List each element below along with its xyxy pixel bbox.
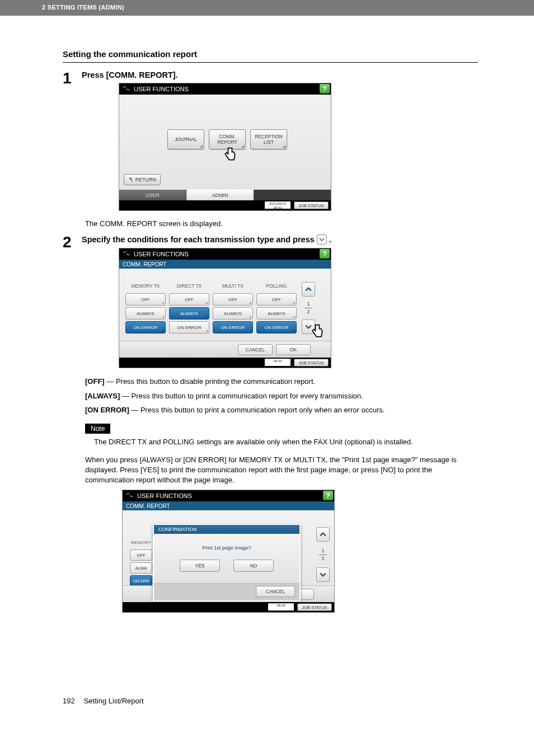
legend-onerror: [ON ERROR] — Press this button to print … bbox=[85, 405, 478, 416]
help-button[interactable]: ? bbox=[320, 84, 330, 93]
scroll-down-button[interactable] bbox=[302, 320, 315, 334]
step-heading: Press [COMM. REPORT]. bbox=[82, 71, 478, 79]
step-2: 2 Specify the conditions for each transm… bbox=[63, 234, 478, 372]
opt-onerror: ON ERR bbox=[130, 575, 152, 586]
chapter-header: 2 SETTING ITEMS (ADMIN) bbox=[0, 0, 534, 16]
option-column: POLLINGOFFALWAYSON ERROR bbox=[255, 281, 298, 335]
page-footer: 192 Setting List/Report bbox=[0, 697, 534, 722]
scroll-up-button[interactable] bbox=[302, 282, 315, 297]
option-off[interactable]: OFF bbox=[213, 293, 253, 306]
step-number: 2 bbox=[63, 234, 82, 372]
step-number: 1 bbox=[63, 71, 82, 214]
note-text: The DIRECT TX and POLLING settings are a… bbox=[94, 437, 478, 447]
option-always[interactable]: ALWAYS bbox=[169, 307, 209, 320]
tools-icon bbox=[123, 250, 130, 258]
option-off[interactable]: OFF bbox=[125, 293, 166, 306]
option-off[interactable]: OFF bbox=[256, 293, 297, 306]
return-button[interactable]: RETURN bbox=[124, 174, 161, 185]
legend-always: [ALWAYS] — Press this button to print a … bbox=[85, 391, 478, 402]
yes-button[interactable]: YES bbox=[180, 560, 220, 572]
svg-rect-2 bbox=[123, 251, 127, 253]
opt-always: ALWA bbox=[130, 562, 152, 574]
footer-title: Setting List/Report bbox=[84, 697, 144, 705]
svg-rect-4 bbox=[127, 493, 130, 495]
job-status-button[interactable]: JOB STATUS bbox=[294, 201, 329, 209]
tab-admin[interactable]: ADMIN bbox=[186, 190, 254, 200]
option-on-error[interactable]: ON ERROR bbox=[125, 321, 166, 334]
status-bar: 08:44 JOB STATUS bbox=[119, 358, 331, 368]
column-title: DIRECT TX bbox=[167, 281, 211, 291]
status-datetime: 08:45 bbox=[268, 603, 294, 611]
job-status-button[interactable]: JOB STATUS bbox=[294, 359, 329, 367]
tools-icon bbox=[123, 85, 130, 93]
option-column: MULTI TXOFFALWAYSON ERROR bbox=[211, 281, 255, 335]
column-title: MULTI TX bbox=[211, 281, 255, 291]
panel-titlebar: USER FUNCTIONS ? bbox=[123, 490, 334, 501]
reception-list-button[interactable]: RECEPTION LIST bbox=[250, 129, 287, 149]
tools-icon bbox=[126, 492, 134, 500]
status-bar: 2011/05/10 08:42 JOB STATUS bbox=[119, 200, 331, 210]
note-label: Note bbox=[85, 424, 110, 434]
journal-button[interactable]: JOURNAL bbox=[167, 129, 204, 149]
comm-report-button[interactable]: COMM. REPORT bbox=[209, 129, 246, 149]
section-title: Setting the communication report bbox=[63, 49, 478, 63]
scroll-down-button[interactable] bbox=[316, 567, 330, 582]
status-datetime: 08:44 bbox=[265, 359, 291, 366]
panel-title: USER FUNCTIONS bbox=[134, 251, 189, 257]
ok-button[interactable]: OK bbox=[276, 344, 311, 355]
status-bar: 08:45 JOB STATUS bbox=[123, 602, 334, 612]
option-on-error[interactable]: ON ERROR bbox=[169, 321, 209, 334]
help-button[interactable]: ? bbox=[320, 249, 330, 259]
tabs: USER ADMIN bbox=[119, 190, 331, 200]
help-button[interactable]: ? bbox=[323, 491, 333, 500]
step-heading: Specify the conditions for each transmis… bbox=[82, 234, 478, 245]
dialog-message: Print 1st page image? bbox=[160, 545, 294, 551]
svg-rect-5 bbox=[130, 496, 133, 497]
column-title: POLLING bbox=[255, 281, 298, 291]
opt-off: OFF bbox=[130, 550, 152, 561]
option-column: MEMORY TXOFFALWAYSON ERROR bbox=[124, 281, 167, 335]
device-panel-2: USER FUNCTIONS ? COMM. REPORT MEMORY TXO… bbox=[119, 248, 331, 368]
svg-rect-3 bbox=[127, 253, 130, 255]
page-indicator: 12 bbox=[319, 548, 327, 562]
scroll-up-button[interactable] bbox=[316, 527, 330, 542]
tab-user[interactable]: USER bbox=[119, 190, 186, 200]
step-1: 1 Press [COMM. REPORT]. USER FUNCTIONS ?… bbox=[63, 71, 478, 214]
legend-off: [OFF] — Press this button to disable pri… bbox=[85, 376, 478, 387]
page-indicator: 12 bbox=[305, 301, 312, 315]
confirmation-dialog: CONFIRMATION Print 1st page image? YES N… bbox=[153, 524, 301, 602]
ghost-column: MEMORY OFF ALWA ON ERR bbox=[128, 537, 154, 588]
breadcrumb: COMM. REPORT bbox=[123, 501, 334, 510]
option-column: DIRECT TXOFFALWAYSON ERROR bbox=[167, 281, 211, 335]
no-button[interactable]: NO bbox=[233, 560, 274, 572]
paragraph: When you press [ALWAYS] or [ON ERROR] fo… bbox=[85, 455, 478, 486]
panel-titlebar: USER FUNCTIONS ? bbox=[119, 83, 331, 95]
option-always[interactable]: ALWAYS bbox=[256, 307, 297, 320]
scroll-column: 12 bbox=[301, 281, 316, 335]
step-1-desc: The COMM. REPORT screen is displayed. bbox=[85, 219, 478, 229]
page-number: 192 bbox=[63, 697, 75, 705]
panel-title: USER FUNCTIONS bbox=[137, 492, 192, 499]
panel-title: USER FUNCTIONS bbox=[134, 86, 189, 92]
breadcrumb: COMM. REPORT bbox=[119, 260, 331, 269]
device-panel-3: USER FUNCTIONS ? COMM. REPORT MEMORY OFF… bbox=[122, 490, 335, 613]
status-datetime: 2011/05/10 08:42 bbox=[265, 201, 291, 209]
option-on-error[interactable]: ON ERROR bbox=[256, 321, 297, 334]
option-on-error[interactable]: ON ERROR bbox=[213, 321, 253, 334]
dialog-title: CONFIRMATION bbox=[154, 525, 299, 534]
panel-titlebar: USER FUNCTIONS ? bbox=[119, 248, 331, 260]
svg-rect-1 bbox=[127, 88, 130, 90]
device-panel-1: USER FUNCTIONS ? JOURNAL COMM. REPORT RE… bbox=[119, 83, 331, 211]
option-always[interactable]: ALWAYS bbox=[213, 307, 253, 320]
option-always[interactable]: ALWAYS bbox=[125, 307, 166, 320]
option-off[interactable]: OFF bbox=[169, 293, 209, 306]
down-key-icon bbox=[317, 234, 327, 245]
column-title: MEMORY TX bbox=[124, 281, 167, 291]
cancel-button[interactable]: CANCEL bbox=[238, 344, 273, 355]
svg-rect-0 bbox=[123, 86, 127, 88]
job-status-button[interactable]: JOB STATUS bbox=[297, 603, 332, 611]
dialog-cancel-button[interactable]: CANCEL bbox=[256, 586, 295, 597]
